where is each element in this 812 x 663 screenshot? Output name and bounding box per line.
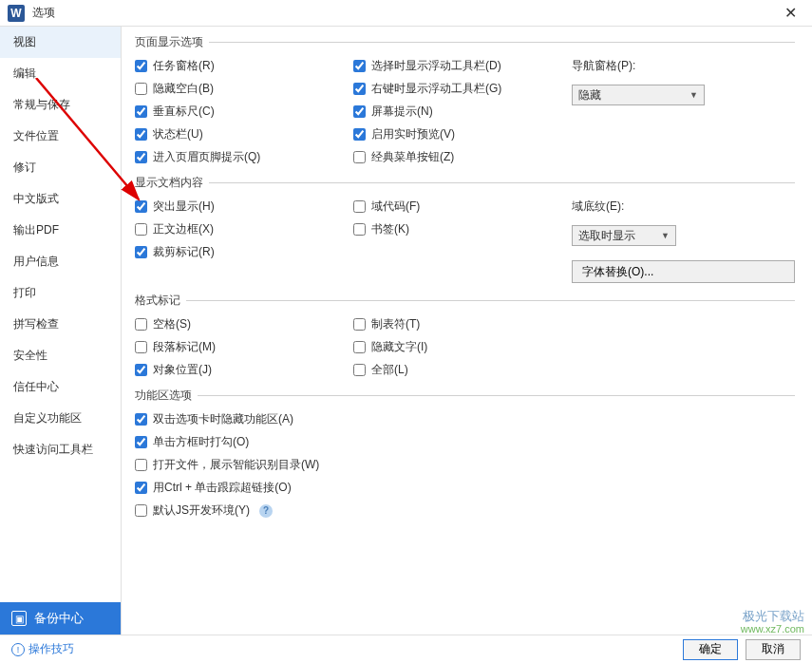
format-marks-c1-checkbox-2[interactable] (135, 364, 147, 376)
doc-content-c2-label-1[interactable]: 书签(K) (371, 221, 409, 237)
page-display-c2-label-4[interactable]: 经典菜单按钮(Z) (371, 149, 454, 165)
ribbon-checkbox-0[interactable] (135, 413, 147, 426)
sidebar-item-4[interactable]: 修订 (0, 152, 121, 183)
format-marks-c2-label-1[interactable]: 隐藏文字(I) (371, 339, 427, 355)
doc-content-c1-label-1[interactable]: 正文边框(X) (153, 221, 214, 237)
format-marks-c2-label-0[interactable]: 制表符(T) (371, 316, 420, 332)
sidebar-item-7[interactable]: 用户信息 (0, 246, 121, 277)
doc-content-c1-checkbox-0[interactable] (135, 200, 147, 213)
page-display-c2-row-3: 启用实时预览(V) (353, 126, 572, 142)
sidebar-item-8[interactable]: 打印 (0, 277, 121, 309)
page-display-c2-label-2[interactable]: 屏幕提示(N) (371, 104, 433, 120)
doc-content-c2-checkbox-1[interactable] (353, 223, 366, 236)
page-display-c1-checkbox-1[interactable] (135, 83, 147, 95)
format-marks-c1-row-0: 空格(S) (135, 316, 353, 332)
doc-content-c2-checkbox-0[interactable] (353, 200, 366, 213)
sidebar-item-12[interactable]: 自定义功能区 (0, 403, 121, 434)
format-marks-c2-checkbox-1[interactable] (353, 341, 366, 353)
page-display-c2-checkbox-4[interactable] (353, 151, 366, 163)
ok-button[interactable]: 确定 (683, 639, 738, 660)
page-display-c1-checkbox-0[interactable] (135, 60, 147, 72)
page-display-c2-checkbox-2[interactable] (353, 105, 366, 118)
field-shading-group: 域底纹(E): 选取时显示 ▼ 字体替换(O)... (572, 199, 795, 283)
page-display-c1-label-2[interactable]: 垂直标尺(C) (153, 104, 215, 120)
sidebar-item-3[interactable]: 文件位置 (0, 121, 121, 152)
font-sub-label: 字体替换(O)... (582, 264, 653, 280)
chevron-down-icon: ▼ (689, 90, 698, 100)
ribbon-label-3[interactable]: 用Ctrl + 单击跟踪超链接(O) (153, 480, 292, 496)
format-marks-c1-label-0[interactable]: 空格(S) (153, 316, 191, 332)
sidebar-item-10[interactable]: 安全性 (0, 340, 121, 371)
page-display-c2-checkbox-0[interactable] (353, 60, 366, 72)
ribbon-label-4[interactable]: 默认JS开发环境(Y) (153, 502, 250, 519)
doc-content-c1-label-0[interactable]: 突出显示(H) (153, 199, 215, 215)
page-display-c2-checkbox-1[interactable] (353, 83, 366, 95)
page-display-c2-label-3[interactable]: 启用实时预览(V) (371, 126, 455, 142)
doc-content-c1-checkbox-2[interactable] (135, 246, 147, 258)
sidebar-item-2[interactable]: 常规与保存 (0, 89, 121, 121)
sidebar-item-0[interactable]: 视图 (0, 27, 121, 58)
ribbon-checkbox-3[interactable] (135, 482, 147, 494)
nav-pane-dropdown[interactable]: 隐藏 ▼ (572, 85, 705, 105)
sidebar-item-5[interactable]: 中文版式 (0, 183, 121, 215)
format-marks-c1-checkbox-1[interactable] (135, 341, 147, 353)
main: 视图编辑常规与保存文件位置修订中文版式输出PDF用户信息打印拼写检查安全性信任中… (0, 27, 812, 635)
page-display-c1-row-2: 垂直标尺(C) (135, 104, 353, 120)
page-display-c1-label-4[interactable]: 进入页眉页脚提示(Q) (153, 149, 260, 165)
ribbon-label-0[interactable]: 双击选项卡时隐藏功能区(A) (153, 411, 293, 427)
sidebar-item-6[interactable]: 输出PDF (0, 215, 121, 246)
format-marks-c2-label-2[interactable]: 全部(L) (371, 362, 408, 378)
section-ribbon-options: 功能区选项 双击选项卡时隐藏功能区(A)单击方框时打勾(O)打开文件，展示智能识… (135, 388, 795, 525)
page-display-c1-label-1[interactable]: 隐藏空白(B) (153, 81, 214, 97)
page-display-c1-row-3: 状态栏(U) (135, 126, 353, 142)
legend-doc-content: 显示文档内容 (135, 175, 209, 191)
legend-page-display: 页面显示选项 (135, 34, 209, 50)
page-display-c1-checkbox-2[interactable] (135, 105, 147, 118)
font-substitution-button[interactable]: 字体替换(O)... (572, 260, 795, 283)
help-icon[interactable]: ? (259, 504, 273, 518)
sidebar-item-11[interactable]: 信任中心 (0, 371, 121, 403)
page-display-c2-label-0[interactable]: 选择时显示浮动工具栏(D) (371, 58, 501, 74)
doc-content-c1-label-2[interactable]: 裁剪标记(R) (153, 244, 215, 260)
sidebar-list: 视图编辑常规与保存文件位置修订中文版式输出PDF用户信息打印拼写检查安全性信任中… (0, 27, 121, 602)
page-display-c2-row-1: 右键时显示浮动工具栏(G) (353, 81, 572, 97)
doc-content-c2-label-0[interactable]: 域代码(F) (371, 199, 420, 215)
ribbon-checkbox-2[interactable] (135, 459, 147, 471)
page-display-c1-label-0[interactable]: 任务窗格(R) (153, 58, 215, 74)
ribbon-label-2[interactable]: 打开文件，展示智能识别目录(W) (153, 457, 319, 473)
page-display-c1-checkbox-3[interactable] (135, 128, 147, 141)
format-marks-c2-checkbox-0[interactable] (353, 318, 366, 331)
content-panel: 页面显示选项 任务窗格(R)隐藏空白(B)垂直标尺(C)状态栏(U)进入页眉页脚… (122, 27, 812, 635)
sidebar-item-9[interactable]: 拼写检查 (0, 309, 121, 340)
doc-content-c1-row-0: 突出显示(H) (135, 199, 353, 215)
format-marks-c2-checkbox-2[interactable] (353, 364, 366, 376)
format-marks-c1-label-2[interactable]: 对象位置(J) (153, 362, 212, 378)
ribbon-label-1[interactable]: 单击方框时打勾(O) (153, 434, 249, 450)
ok-label: 确定 (699, 642, 722, 655)
tips-link[interactable]: ! 操作技巧 (11, 641, 74, 657)
doc-content-c2-row-0: 域代码(F) (353, 199, 572, 215)
cancel-button[interactable]: 取消 (746, 639, 801, 660)
field-shading-value: 选取时显示 (578, 228, 635, 244)
page-display-c1-label-3[interactable]: 状态栏(U) (153, 126, 203, 142)
page-display-c1-checkbox-4[interactable] (135, 151, 147, 163)
field-shading-dropdown[interactable]: 选取时显示 ▼ (572, 225, 676, 246)
ribbon-checkbox-4[interactable] (135, 504, 147, 517)
ribbon-row-3: 用Ctrl + 单击跟踪超链接(O) (135, 480, 795, 496)
ribbon-checkbox-1[interactable] (135, 436, 147, 448)
format-marks-c1-checkbox-0[interactable] (135, 318, 147, 331)
sidebar-item-1[interactable]: 编辑 (0, 58, 121, 89)
ribbon-row-0: 双击选项卡时隐藏功能区(A) (135, 411, 795, 427)
page-display-c2-label-1[interactable]: 右键时显示浮动工具栏(G) (371, 81, 501, 97)
page-display-c2-checkbox-3[interactable] (353, 128, 366, 141)
legend-format-marks: 格式标记 (135, 293, 186, 309)
sidebar-item-13[interactable]: 快速访问工具栏 (0, 434, 121, 465)
close-button[interactable]: ✕ (776, 0, 804, 27)
tips-label: 操作技巧 (28, 641, 74, 657)
page-display-c1-row-0: 任务窗格(R) (135, 58, 353, 74)
doc-content-c1-checkbox-1[interactable] (135, 223, 147, 236)
backup-center-button[interactable]: ▣ 备份中心 (0, 602, 121, 635)
format-marks-c1-label-1[interactable]: 段落标记(M) (153, 339, 216, 355)
nav-pane-group: 导航窗格(P): 隐藏 ▼ (572, 58, 795, 165)
close-icon: ✕ (784, 4, 797, 22)
